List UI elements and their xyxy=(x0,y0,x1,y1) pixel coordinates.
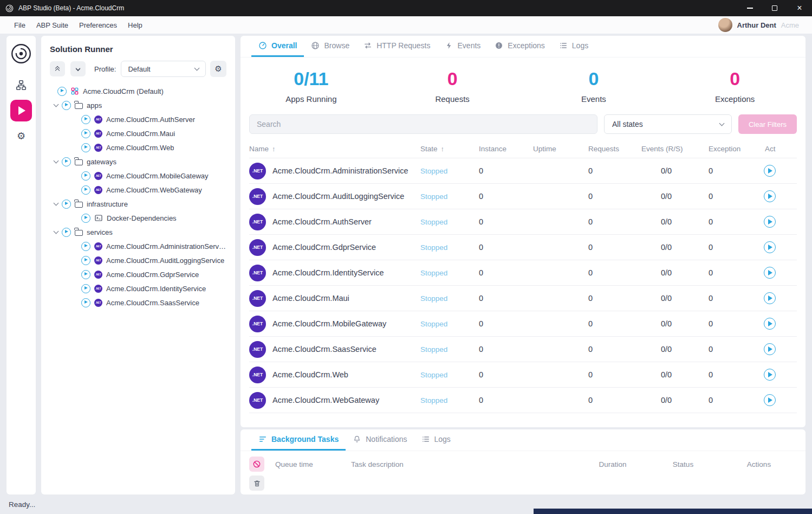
play-icon[interactable] xyxy=(57,87,67,96)
column-header-requests[interactable]: Requests xyxy=(583,139,636,158)
profile-select[interactable]: Default xyxy=(121,61,206,77)
start-app-button[interactable] xyxy=(764,267,776,279)
start-app-button[interactable] xyxy=(764,241,776,253)
expand-all-button[interactable] xyxy=(70,61,86,76)
column-header-events[interactable]: Events (R/S) xyxy=(636,139,703,158)
chevron-down-icon[interactable] xyxy=(54,158,59,164)
clear-tasks-button[interactable] xyxy=(249,476,264,491)
tree-item-app[interactable]: .NET Acme.CloudCrm.AuthServer xyxy=(50,112,226,126)
tree-item-app[interactable]: .NET Acme.CloudCrm.AuditLoggingService xyxy=(50,253,226,267)
tree-item-folder-apps[interactable]: apps xyxy=(50,98,226,112)
tree-item-solution-root[interactable]: Acme.CloudCrm (Default) xyxy=(50,84,226,98)
stat-value: 0/11 xyxy=(241,68,382,89)
tab-events[interactable]: Events xyxy=(438,36,488,57)
menu-help[interactable]: Help xyxy=(122,21,148,29)
tree-item-app[interactable]: .NET Acme.CloudCrm.Web xyxy=(50,140,226,155)
tab-label: Notifications xyxy=(366,435,407,444)
start-app-button[interactable] xyxy=(764,369,776,381)
chevron-down-icon[interactable] xyxy=(54,102,59,107)
play-icon[interactable] xyxy=(81,256,90,265)
tree-item-app[interactable]: .NET Acme.CloudCrm.IdentityService xyxy=(50,281,226,295)
settings-rail-button[interactable]: ⚙ xyxy=(13,128,29,144)
chevron-down-icon[interactable] xyxy=(54,229,59,234)
tab-background-tasks[interactable]: Background Tasks xyxy=(251,429,346,451)
minimize-button[interactable] xyxy=(737,0,762,16)
search-input[interactable] xyxy=(257,120,590,128)
column-header-exception[interactable]: Exception xyxy=(703,139,756,158)
play-icon[interactable] xyxy=(81,242,90,251)
search-box[interactable] xyxy=(249,114,597,134)
filter-row: All states Clear Filters xyxy=(249,114,797,134)
column-header-uptime[interactable]: Uptime xyxy=(528,139,583,158)
play-icon[interactable] xyxy=(81,129,90,138)
column-header-name[interactable]: Name↑ xyxy=(249,139,420,158)
menu-file[interactable]: File xyxy=(9,21,31,29)
tree-item-folder-services[interactable]: services xyxy=(50,225,226,239)
column-header-actions[interactable]: Act xyxy=(756,139,797,158)
table-row: .NETAcme.CloudCrm.GdprService Stopped 0 … xyxy=(249,235,797,260)
play-icon[interactable] xyxy=(62,157,71,166)
stat-value: 0 xyxy=(523,68,665,89)
play-icon[interactable] xyxy=(81,171,90,181)
start-app-button[interactable] xyxy=(764,190,776,202)
state-filter-select[interactable]: All states xyxy=(604,114,732,134)
tree-item-folder-infrastructure[interactable]: infrastructure xyxy=(50,197,226,211)
dotnet-icon: .NET xyxy=(94,271,102,279)
events-value: 0/0 xyxy=(636,396,703,404)
close-button[interactable]: × xyxy=(787,0,812,16)
tab-notifications[interactable]: Notifications xyxy=(346,429,414,451)
tab-label: Logs xyxy=(434,435,451,444)
play-icon[interactable] xyxy=(81,270,90,279)
column-header-instance[interactable]: Instance xyxy=(473,139,528,158)
exceptions-value: 0 xyxy=(703,243,756,252)
solution-runner-rail-button[interactable] xyxy=(10,100,32,121)
menu-preferences[interactable]: Preferences xyxy=(74,21,122,29)
start-app-button[interactable] xyxy=(764,318,776,330)
user-avatar[interactable] xyxy=(718,18,732,32)
play-icon[interactable] xyxy=(81,115,90,124)
play-icon[interactable] xyxy=(81,143,90,152)
globe-icon xyxy=(311,41,320,50)
play-icon[interactable] xyxy=(62,200,71,209)
maximize-icon xyxy=(772,5,777,11)
play-icon[interactable] xyxy=(62,228,71,237)
menu-abp-suite[interactable]: ABP Suite xyxy=(31,21,74,29)
play-icon[interactable] xyxy=(81,185,90,195)
clear-filters-button[interactable]: Clear Filters xyxy=(738,114,797,134)
start-app-button[interactable] xyxy=(764,165,776,177)
user-area[interactable]: Arthur Dent Acme xyxy=(718,18,799,32)
tree-item-folder-gateways[interactable]: gateways xyxy=(50,155,226,169)
column-header-state[interactable]: State↑ xyxy=(420,139,473,158)
tree-item-app[interactable]: .NET Acme.CloudCrm.WebGateway xyxy=(50,183,226,197)
app-name: Acme.CloudCrm.Web xyxy=(272,370,348,379)
profile-settings-button[interactable]: ⚙ xyxy=(210,61,226,77)
play-icon[interactable] xyxy=(81,284,90,293)
play-icon[interactable] xyxy=(62,101,71,110)
play-icon[interactable] xyxy=(81,214,90,223)
tab-exceptions[interactable]: Exceptions xyxy=(488,36,551,57)
tab-browse[interactable]: Browse xyxy=(304,36,356,57)
tree-item-app[interactable]: .NET Acme.CloudCrm.SaasService xyxy=(50,295,226,310)
start-app-button[interactable] xyxy=(764,216,776,228)
tree-item-app[interactable]: .NET Acme.CloudCrm.MobileGateway xyxy=(50,169,226,183)
maximize-button[interactable] xyxy=(762,0,787,16)
start-app-button[interactable] xyxy=(764,292,776,304)
solution-explorer-icon[interactable] xyxy=(13,77,29,93)
dotnet-icon: .NET xyxy=(94,115,102,124)
arrows-swap-icon xyxy=(363,41,372,50)
tree-item-app[interactable]: .NET Acme.CloudCrm.Maui xyxy=(50,126,226,140)
tab-logs[interactable]: Logs xyxy=(552,36,595,57)
tree-item-app[interactable]: .NET Acme.CloudCrm.AdministrationService xyxy=(50,239,226,253)
tree-item-app[interactable]: .NET Acme.CloudCrm.GdprService xyxy=(50,267,226,281)
start-app-button[interactable] xyxy=(764,343,776,355)
play-icon[interactable] xyxy=(81,298,90,307)
tab-overall[interactable]: Overall xyxy=(251,36,304,57)
collapse-all-button[interactable] xyxy=(50,61,65,76)
tab-logs-bottom[interactable]: Logs xyxy=(414,429,458,451)
start-app-button[interactable] xyxy=(764,394,776,406)
tab-http-requests[interactable]: HTTP Requests xyxy=(356,36,437,57)
chevron-down-icon[interactable] xyxy=(54,201,59,206)
tree-item-docker[interactable]: Docker-Dependencies xyxy=(50,211,226,225)
main-tabs: Overall Browse HTTP Requests Events Exce… xyxy=(241,36,805,57)
cancel-tasks-button[interactable] xyxy=(249,457,264,472)
